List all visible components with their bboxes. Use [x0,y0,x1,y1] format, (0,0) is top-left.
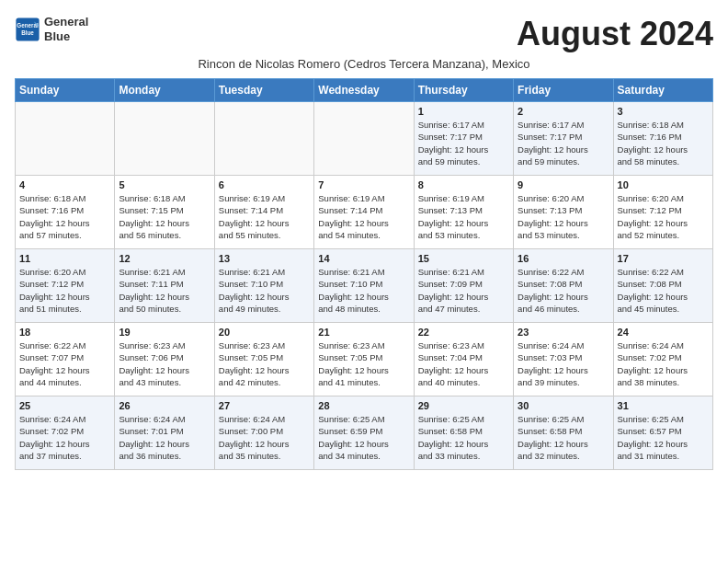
day-number: 16 [518,253,609,264]
day-number: 28 [318,400,409,411]
day-info: Sunrise: 6:24 AM Sunset: 7:02 PM Dayligh… [618,339,709,388]
day-number: 25 [19,400,110,411]
weekday-header-cell: Tuesday [214,79,313,102]
day-info: Sunrise: 6:18 AM Sunset: 7:16 PM Dayligh… [19,192,110,241]
calendar-cell: 6Sunrise: 6:19 AM Sunset: 7:14 PM Daylig… [214,176,313,249]
day-info: Sunrise: 6:22 AM Sunset: 7:07 PM Dayligh… [19,339,110,388]
calendar-cell: 15Sunrise: 6:21 AM Sunset: 7:09 PM Dayli… [414,249,513,323]
calendar-cell: 27Sunrise: 6:24 AM Sunset: 7:00 PM Dayli… [214,396,313,470]
calendar-cell: 7Sunrise: 6:19 AM Sunset: 7:14 PM Daylig… [314,176,414,249]
weekday-header-cell: Saturday [613,79,712,102]
day-number: 17 [618,253,709,264]
day-number: 9 [518,179,609,190]
day-info: Sunrise: 6:24 AM Sunset: 7:02 PM Dayligh… [19,413,110,462]
day-info: Sunrise: 6:24 AM Sunset: 7:01 PM Dayligh… [119,413,210,462]
day-number: 8 [418,179,509,190]
calendar-cell: 4Sunrise: 6:18 AM Sunset: 7:16 PM Daylig… [16,176,115,249]
day-info: Sunrise: 6:19 AM Sunset: 7:14 PM Dayligh… [318,192,409,241]
calendar-cell: 28Sunrise: 6:25 AM Sunset: 6:59 PM Dayli… [314,396,414,470]
day-number: 12 [119,253,210,264]
day-info: Sunrise: 6:21 AM Sunset: 7:10 PM Dayligh… [219,266,310,315]
day-number: 19 [119,327,210,338]
calendar-cell: 9Sunrise: 6:20 AM Sunset: 7:13 PM Daylig… [514,176,613,249]
weekday-header-cell: Monday [115,79,214,102]
calendar-cell: 19Sunrise: 6:23 AM Sunset: 7:06 PM Dayli… [115,323,214,396]
logo: General Blue General Blue [15,15,88,43]
month-title: August 2024 [517,15,713,53]
calendar-cell: 8Sunrise: 6:19 AM Sunset: 7:13 PM Daylig… [414,176,513,249]
day-info: Sunrise: 6:22 AM Sunset: 7:08 PM Dayligh… [618,266,709,315]
day-info: Sunrise: 6:25 AM Sunset: 6:58 PM Dayligh… [518,413,609,462]
calendar-cell [16,102,115,176]
calendar-cell: 1Sunrise: 6:17 AM Sunset: 7:17 PM Daylig… [414,102,513,176]
day-number: 24 [618,327,709,338]
day-info: Sunrise: 6:23 AM Sunset: 7:05 PM Dayligh… [219,339,310,388]
calendar-cell: 16Sunrise: 6:22 AM Sunset: 7:08 PM Dayli… [514,249,613,323]
day-number: 29 [418,400,509,411]
calendar-cell: 30Sunrise: 6:25 AM Sunset: 6:58 PM Dayli… [514,396,613,470]
logo-icon: General Blue [15,17,40,42]
day-number: 18 [19,327,110,338]
day-info: Sunrise: 6:19 AM Sunset: 7:13 PM Dayligh… [418,192,509,241]
weekday-header-row: SundayMondayTuesdayWednesdayThursdayFrid… [16,79,713,102]
calendar-body: 1Sunrise: 6:17 AM Sunset: 7:17 PM Daylig… [16,102,713,470]
calendar-cell: 18Sunrise: 6:22 AM Sunset: 7:07 PM Dayli… [16,323,115,396]
day-number: 5 [119,179,210,190]
calendar-week-row: 25Sunrise: 6:24 AM Sunset: 7:02 PM Dayli… [16,396,713,470]
day-info: Sunrise: 6:25 AM Sunset: 6:58 PM Dayligh… [418,413,509,462]
day-info: Sunrise: 6:20 AM Sunset: 7:12 PM Dayligh… [618,192,709,241]
calendar-table: SundayMondayTuesdayWednesdayThursdayFrid… [15,78,713,470]
calendar-cell: 31Sunrise: 6:25 AM Sunset: 6:57 PM Dayli… [613,396,712,470]
weekday-header-cell: Sunday [16,79,115,102]
day-number: 13 [219,253,310,264]
calendar-cell: 22Sunrise: 6:23 AM Sunset: 7:04 PM Dayli… [414,323,513,396]
day-info: Sunrise: 6:17 AM Sunset: 7:17 PM Dayligh… [418,119,509,167]
calendar-cell: 20Sunrise: 6:23 AM Sunset: 7:05 PM Dayli… [214,323,313,396]
page-header: General Blue General Blue August 2024 [15,15,713,53]
day-info: Sunrise: 6:19 AM Sunset: 7:14 PM Dayligh… [219,192,310,241]
day-info: Sunrise: 6:23 AM Sunset: 7:06 PM Dayligh… [119,339,210,388]
day-number: 30 [518,400,609,411]
day-number: 2 [518,106,609,117]
day-number: 31 [618,400,709,411]
calendar-cell: 24Sunrise: 6:24 AM Sunset: 7:02 PM Dayli… [613,323,712,396]
day-info: Sunrise: 6:23 AM Sunset: 7:04 PM Dayligh… [418,339,509,388]
day-number: 1 [418,106,509,117]
calendar-week-row: 18Sunrise: 6:22 AM Sunset: 7:07 PM Dayli… [16,323,713,396]
weekday-header-cell: Wednesday [314,79,414,102]
day-number: 22 [418,327,509,338]
calendar-cell: 5Sunrise: 6:18 AM Sunset: 7:15 PM Daylig… [115,176,214,249]
calendar-cell: 17Sunrise: 6:22 AM Sunset: 7:08 PM Dayli… [613,249,712,323]
calendar-cell: 2Sunrise: 6:17 AM Sunset: 7:17 PM Daylig… [514,102,613,176]
calendar-cell: 21Sunrise: 6:23 AM Sunset: 7:05 PM Dayli… [314,323,414,396]
day-info: Sunrise: 6:24 AM Sunset: 7:03 PM Dayligh… [518,339,609,388]
logo-text: General Blue [44,15,88,43]
calendar-cell [115,102,214,176]
day-info: Sunrise: 6:24 AM Sunset: 7:00 PM Dayligh… [219,413,310,462]
calendar-cell: 3Sunrise: 6:18 AM Sunset: 7:16 PM Daylig… [613,102,712,176]
day-info: Sunrise: 6:20 AM Sunset: 7:13 PM Dayligh… [518,192,609,241]
day-number: 27 [219,400,310,411]
day-number: 3 [618,106,709,117]
day-number: 26 [119,400,210,411]
calendar-week-row: 4Sunrise: 6:18 AM Sunset: 7:16 PM Daylig… [16,176,713,249]
day-info: Sunrise: 6:18 AM Sunset: 7:15 PM Dayligh… [119,192,210,241]
day-info: Sunrise: 6:21 AM Sunset: 7:10 PM Dayligh… [318,266,409,315]
day-number: 11 [19,253,110,264]
calendar-cell: 26Sunrise: 6:24 AM Sunset: 7:01 PM Dayli… [115,396,214,470]
day-info: Sunrise: 6:21 AM Sunset: 7:11 PM Dayligh… [119,266,210,315]
calendar-cell: 14Sunrise: 6:21 AM Sunset: 7:10 PM Dayli… [314,249,414,323]
day-info: Sunrise: 6:23 AM Sunset: 7:05 PM Dayligh… [318,339,409,388]
calendar-week-row: 11Sunrise: 6:20 AM Sunset: 7:12 PM Dayli… [16,249,713,323]
day-number: 10 [618,179,709,190]
day-number: 7 [318,179,409,190]
day-number: 23 [518,327,609,338]
day-info: Sunrise: 6:25 AM Sunset: 6:57 PM Dayligh… [618,413,709,462]
calendar-cell: 11Sunrise: 6:20 AM Sunset: 7:12 PM Dayli… [16,249,115,323]
day-number: 6 [219,179,310,190]
calendar-week-row: 1Sunrise: 6:17 AM Sunset: 7:17 PM Daylig… [16,102,713,176]
weekday-header-cell: Friday [514,79,613,102]
calendar-cell [314,102,414,176]
calendar-cell [214,102,313,176]
day-info: Sunrise: 6:20 AM Sunset: 7:12 PM Dayligh… [19,266,110,315]
